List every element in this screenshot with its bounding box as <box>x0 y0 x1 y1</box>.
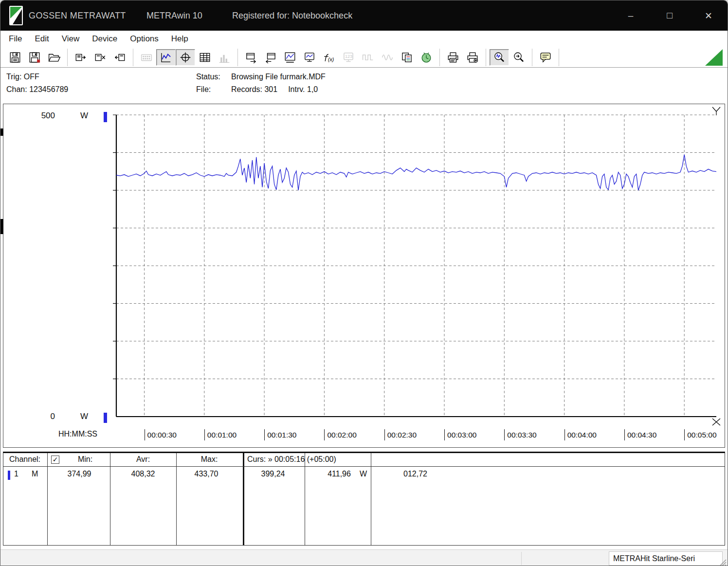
menu-bar: FileEditViewDeviceOptionsHelp <box>0 31 728 47</box>
menu-options[interactable]: Options <box>124 32 165 46</box>
save-as-button[interactable] <box>25 49 44 66</box>
app-title: METRAwin 10 <box>146 11 202 21</box>
toolbar-group <box>137 49 238 66</box>
save-button[interactable] <box>5 49 25 66</box>
resize-grip[interactable] <box>719 559 727 566</box>
y-axis-unit-top: W <box>80 111 88 121</box>
toolbar: (x)123 <box>0 47 728 68</box>
clock-icon <box>420 51 433 64</box>
status-panel: Trig: OFF Chan: 123456789 Status:Browsin… <box>0 68 728 102</box>
title-bar: GOSSEN METRAWATT METRAwin 10 Registered … <box>0 0 728 31</box>
device-memory-button[interactable] <box>91 49 110 66</box>
file-row: File:Records: 301Intrv. 1,0 <box>196 85 318 94</box>
toolbar-group <box>490 49 532 66</box>
close-button[interactable]: ✕ <box>697 7 720 24</box>
minimize-button[interactable]: – <box>619 7 642 24</box>
display-view-button: 123 <box>339 49 358 66</box>
winin-icon <box>264 51 277 64</box>
avr-value: 408,32 <box>131 470 155 478</box>
menu-view[interactable]: View <box>55 32 86 46</box>
status-label: Status: <box>196 73 231 81</box>
maximize-button[interactable]: □ <box>658 7 681 24</box>
app-logo-icon <box>9 6 23 25</box>
chart-view-button[interactable] <box>156 49 176 66</box>
histogram-icon <box>218 51 231 64</box>
cursor-unit: W <box>360 470 367 478</box>
channel-checkbox[interactable]: ✓ <box>51 456 59 464</box>
x-tick-label: 00:03:30 <box>504 429 536 440</box>
toolbar-corner-triangle-icon <box>705 49 723 66</box>
open-file-button[interactable] <box>44 49 64 66</box>
table-divider <box>47 453 48 545</box>
wavesine-icon <box>381 51 394 64</box>
min-header: Min: <box>78 455 92 464</box>
cursor-handle-top <box>712 107 720 115</box>
cursor-header: Curs: » 00:05:16 (+05:00) <box>247 455 336 464</box>
trigger-status-text: Trig: OFF <box>6 73 39 81</box>
linechart-icon <box>160 51 172 64</box>
x-tick-label: 00:04:00 <box>564 429 597 440</box>
monitor-icon <box>303 51 316 64</box>
app-window: GOSSEN METRAWATT METRAwin 10 Registered … <box>0 0 728 566</box>
histogram-view-button <box>215 49 234 66</box>
wavesq-icon <box>362 51 374 64</box>
zoomwave-icon <box>493 51 506 64</box>
statusbar-divider <box>521 552 522 565</box>
import-data-button[interactable] <box>261 49 280 66</box>
y-axis-max-label: 500 <box>36 111 55 121</box>
channel-status-text: Chan: 123456789 <box>6 85 68 94</box>
status-bar: METRAHit Starline-Seri <box>0 549 728 566</box>
screen-artifact <box>0 219 3 234</box>
cursor-table: Channel: ✓ Min: Avr: Max: Curs: » 00:05:… <box>3 452 725 546</box>
zoomarrow-icon <box>512 51 525 64</box>
monitor-view-button[interactable] <box>300 49 319 66</box>
plot-area[interactable] <box>116 115 716 417</box>
x-tick-label: 00:02:30 <box>384 429 417 440</box>
channel-cell: 1 <box>14 470 18 478</box>
menu-file[interactable]: File <box>2 32 28 46</box>
zoom-select-button[interactable] <box>509 49 528 66</box>
cursor-handle-bottom <box>712 419 720 425</box>
svg-text:123: 123 <box>345 54 352 59</box>
chartmini-icon <box>284 51 296 64</box>
table-divider <box>305 453 305 545</box>
zoom-curve-button[interactable] <box>490 49 509 66</box>
device-transfer-button[interactable] <box>110 49 129 66</box>
status-value: Browsing File furmark.MDF <box>231 73 326 81</box>
device-name: METRAHit Starline-Seri <box>609 551 723 566</box>
read-device-button[interactable] <box>71 49 91 66</box>
y-axis-marker-top[interactable] <box>104 112 107 122</box>
x-tick-label: 00:03:00 <box>444 429 476 440</box>
y-axis-marker-bottom[interactable] <box>104 413 107 423</box>
file-records: Records: 301 <box>231 85 277 93</box>
print-button[interactable] <box>443 49 463 66</box>
print-setup-button[interactable] <box>463 49 482 66</box>
floppy2-icon <box>28 51 41 64</box>
annotation-button[interactable] <box>536 49 555 66</box>
printer2-icon <box>466 51 479 64</box>
copy-chart-button[interactable] <box>397 49 417 66</box>
formula-button[interactable]: (x) <box>319 49 339 66</box>
toolbar-group <box>443 49 486 66</box>
status-row: Status:Browsing File furmark.MDF <box>196 73 326 81</box>
table-view-button[interactable] <box>195 49 215 66</box>
cursor-mode-button[interactable] <box>176 49 195 66</box>
export-data-button[interactable] <box>241 49 261 66</box>
menu-edit[interactable]: Edit <box>28 32 55 46</box>
digital-wave-button <box>358 49 378 66</box>
y-axis-unit-bottom: W <box>80 412 88 421</box>
devout-icon <box>74 51 87 64</box>
channel-color-marker <box>8 471 10 480</box>
toolbar-group: (x)123 <box>241 49 440 66</box>
cursor2-value: 411,96 <box>328 470 351 478</box>
x-tick-label: 00:04:30 <box>624 429 656 440</box>
x-axis-title: HH:MM:SS <box>58 430 97 438</box>
x-tick-label: 00:01:30 <box>264 429 296 440</box>
menu-help[interactable]: Help <box>165 32 195 46</box>
chart-settings-button[interactable] <box>280 49 300 66</box>
monitor2-icon: 123 <box>342 51 355 64</box>
timer-button[interactable] <box>417 49 436 66</box>
table-header-rule <box>3 466 725 467</box>
x-tick-label: 00:05:00 <box>684 429 716 440</box>
menu-device[interactable]: Device <box>86 32 124 46</box>
